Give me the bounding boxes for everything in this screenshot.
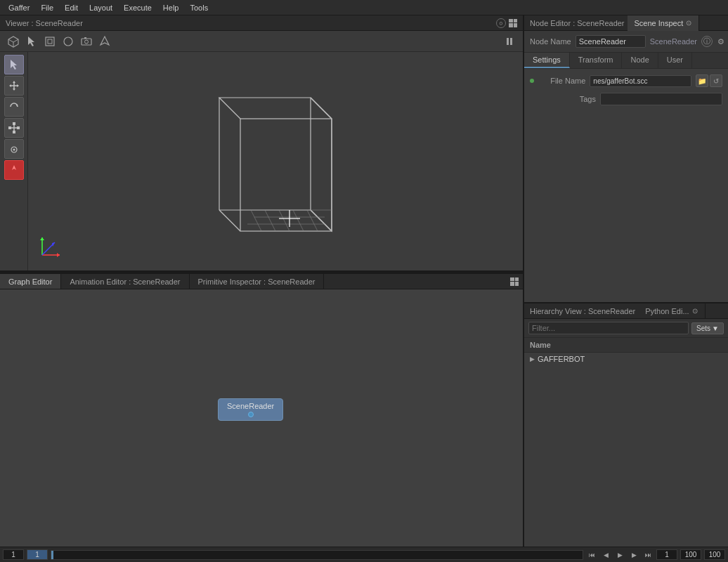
- viewer-header: Viewer : SceneReader ○: [0, 15, 523, 31]
- tab-node[interactable]: Node: [622, 53, 658, 68]
- hierarchy-filter-input[interactable]: [528, 322, 689, 334]
- camera-tool-button[interactable]: [4, 139, 24, 159]
- translate-tool-button[interactable]: [4, 76, 24, 96]
- main-layout: Viewer : SceneReader ○: [0, 15, 728, 547]
- rotate-tool-button[interactable]: [4, 97, 24, 117]
- prev-frame-button[interactable]: ◀: [600, 549, 611, 561]
- graph-editor-section: Graph Editor Animation Editor : SceneRea…: [0, 273, 523, 547]
- polygon-icon[interactable]: [97, 34, 112, 49]
- 3d-scene: [184, 63, 367, 261]
- next-frame-button[interactable]: ▶: [628, 549, 639, 561]
- cursor-icon[interactable]: [24, 34, 39, 49]
- start-frame-input[interactable]: [3, 549, 24, 560]
- tab-settings[interactable]: Settings: [524, 53, 570, 68]
- node-editor-title: Node Editor : SceneReader: [530, 19, 625, 27]
- viewer-grid-icon[interactable]: [509, 19, 517, 27]
- menu-execute[interactable]: Execute: [118, 2, 157, 13]
- file-name-icons: 📁 ↺: [696, 74, 722, 87]
- svg-marker-16: [13, 81, 15, 83]
- graph-tabs: Graph Editor Animation Editor : SceneRea…: [0, 274, 324, 289]
- cube-icon[interactable]: [6, 34, 21, 49]
- viewer-top-toolbar: [0, 31, 523, 52]
- left-panel: Viewer : SceneReader ○: [0, 15, 524, 547]
- svg-line-42: [279, 210, 290, 231]
- graph-layout-icon[interactable]: [506, 277, 523, 286]
- svg-rect-9: [84, 37, 86, 39]
- svg-line-44: [307, 210, 318, 231]
- settings-icon[interactable]: ⚙: [715, 36, 727, 47]
- tab-transform[interactable]: Transform: [570, 53, 623, 68]
- menu-tools[interactable]: Tools: [184, 2, 214, 13]
- tab-scene-inspect[interactable]: Scene Inspect ⊙: [628, 15, 700, 31]
- menu-file[interactable]: File: [35, 2, 59, 13]
- skip-start-button[interactable]: ⏮: [586, 549, 597, 561]
- svg-marker-50: [40, 237, 44, 240]
- sets-button[interactable]: Sets ▼: [691, 322, 724, 334]
- svg-rect-26: [17, 126, 20, 129]
- sphere-icon[interactable]: [60, 34, 76, 49]
- tab-python-editor[interactable]: Python Edi... ⊙: [638, 303, 705, 319]
- hierarchy-title: Hierarchy View : SceneReader: [530, 307, 635, 315]
- end-frame-input[interactable]: [704, 549, 725, 560]
- camera-icon[interactable]: [79, 34, 94, 49]
- play-end-input[interactable]: [680, 549, 701, 560]
- scene-reader-node[interactable]: SceneReader: [218, 398, 283, 421]
- viewer-body: [0, 52, 523, 270]
- tags-row: Tags: [530, 93, 722, 105]
- file-name-row: File Name 📁 ↺: [530, 74, 722, 87]
- svg-marker-29: [12, 165, 16, 170]
- viewer-section: Viewer : SceneReader ○: [0, 15, 523, 270]
- tags-input[interactable]: [600, 93, 722, 105]
- axes-indicator: [35, 227, 70, 263]
- timeline-bar[interactable]: [51, 550, 583, 560]
- play-button[interactable]: ▶: [614, 549, 625, 561]
- pause-icon[interactable]: [502, 34, 517, 49]
- node-editor-header: Node Editor : SceneReader Scene Inspect …: [524, 15, 728, 31]
- svg-point-8: [85, 40, 89, 44]
- skip-end-button[interactable]: ⏭: [642, 549, 654, 561]
- node-label: SceneReader: [227, 402, 274, 410]
- tab-primitive-inspector[interactable]: Primitive Inspector : SceneReader: [190, 274, 325, 289]
- svg-rect-30: [240, 119, 332, 231]
- viewer-circle-icon[interactable]: ○: [496, 18, 506, 28]
- svg-marker-19: [17, 84, 19, 87]
- node-output-connector[interactable]: [248, 412, 254, 417]
- viewer-title: Viewer : SceneReader: [6, 19, 83, 27]
- light-tool-button[interactable]: [4, 160, 24, 180]
- select-tool-button[interactable]: [4, 55, 24, 74]
- node-editor: Node Editor : SceneReader Scene Inspect …: [524, 15, 728, 303]
- svg-line-0: [8, 39, 13, 42]
- graph-body[interactable]: SceneReader: [0, 289, 523, 547]
- box-icon[interactable]: [42, 34, 58, 49]
- tab-animation-editor[interactable]: Animation Editor : SceneReader: [61, 274, 189, 289]
- menu-layout[interactable]: Layout: [84, 2, 118, 13]
- menu-bar: Gaffer File Edit Layout Execute Help Too…: [0, 0, 728, 15]
- hierarchy-name-header: Name: [524, 338, 728, 353]
- svg-line-33: [311, 210, 332, 231]
- graph-header: Graph Editor Animation Editor : SceneRea…: [0, 274, 523, 289]
- scale-tool-button[interactable]: [4, 118, 24, 138]
- file-reload-button[interactable]: ↺: [710, 74, 722, 87]
- hierarchy-view: Hierarchy View : SceneReader Python Edi.…: [524, 303, 728, 547]
- required-indicator: [530, 79, 534, 83]
- menu-edit[interactable]: Edit: [59, 2, 84, 13]
- current-frame-input[interactable]: [27, 549, 48, 560]
- hierarchy-header: Hierarchy View : SceneReader Python Edi.…: [524, 303, 728, 319]
- play-start-input[interactable]: [656, 549, 677, 560]
- file-browse-button[interactable]: 📁: [696, 74, 708, 87]
- viewer-canvas[interactable]: [28, 52, 523, 270]
- info-icon[interactable]: ⓘ: [701, 36, 713, 47]
- file-name-input[interactable]: [590, 75, 691, 87]
- list-item[interactable]: ▶ GAFFERBOT: [524, 353, 728, 365]
- tab-graph-editor[interactable]: Graph Editor: [0, 274, 61, 289]
- tab-user[interactable]: User: [658, 53, 692, 68]
- svg-rect-12: [510, 38, 512, 45]
- node-name-input[interactable]: [576, 35, 646, 48]
- svg-marker-48: [57, 253, 60, 257]
- svg-line-31: [311, 98, 332, 119]
- viewer-top-tools-left: [6, 34, 112, 49]
- svg-marker-13: [11, 60, 17, 70]
- menu-gaffer[interactable]: Gaffer: [3, 2, 35, 13]
- menu-help[interactable]: Help: [157, 2, 185, 13]
- svg-rect-24: [13, 131, 15, 133]
